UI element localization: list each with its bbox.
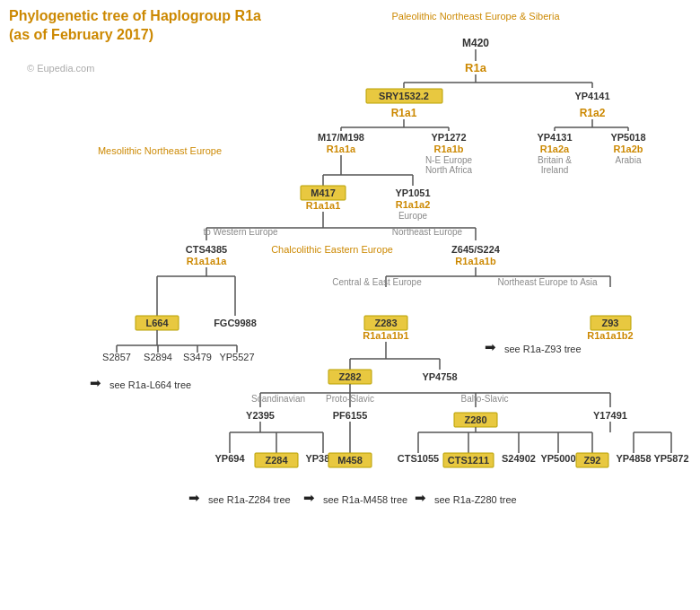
svg-text:Proto-Slavic: Proto-Slavic — [326, 394, 374, 404]
svg-text:➡: ➡ — [485, 339, 496, 354]
svg-text:R1a2: R1a2 — [580, 107, 606, 119]
svg-text:R1a1: R1a1 — [391, 107, 417, 119]
svg-text:YP4141: YP4141 — [574, 91, 609, 101]
svg-text:Paleolithic Northeast Europe &: Paleolithic Northeast Europe & Siberia — [391, 11, 560, 22]
svg-text:R1a1a1b: R1a1a1b — [455, 256, 496, 266]
svg-text:R1a1a1a: R1a1a1a — [187, 256, 228, 266]
svg-text:M458: M458 — [337, 455, 363, 466]
svg-text:YP5018: YP5018 — [610, 132, 645, 143]
svg-text:R1a2b: R1a2b — [613, 144, 643, 154]
svg-text:Chalcolithic Eastern Europe: Chalcolithic Eastern Europe — [271, 244, 393, 255]
svg-text:Balto-Slavic: Balto-Slavic — [461, 394, 509, 404]
svg-text:see R1a-Z93 tree: see R1a-Z93 tree — [504, 344, 582, 354]
svg-text:Y2395: Y2395 — [246, 410, 275, 421]
svg-text:R1a1b: R1a1b — [433, 144, 463, 154]
svg-text:S3479: S3479 — [183, 352, 212, 362]
svg-text:see R1a-L664 tree: see R1a-L664 tree — [109, 379, 191, 390]
svg-text:CTS1055: CTS1055 — [398, 453, 439, 464]
svg-text:R1a1a1: R1a1a1 — [306, 200, 341, 211]
svg-text:R1a1a1b2: R1a1a1b2 — [587, 330, 633, 341]
svg-text:see R1a-Z284 tree: see R1a-Z284 tree — [208, 494, 291, 505]
svg-text:YP5527: YP5527 — [219, 352, 254, 362]
svg-text:M17/M198: M17/M198 — [318, 132, 364, 143]
svg-text:S2894: S2894 — [144, 352, 172, 362]
svg-text:YP4858: YP4858 — [616, 453, 651, 464]
svg-text:YP5000: YP5000 — [540, 453, 575, 464]
svg-text:R1a1a1b1: R1a1a1b1 — [363, 330, 408, 341]
svg-text:R1a1a: R1a1a — [327, 144, 356, 154]
svg-text:YP694: YP694 — [214, 453, 245, 464]
svg-text:R1a: R1a — [465, 61, 487, 74]
svg-text:R1a1a2: R1a1a2 — [396, 199, 431, 210]
svg-text:SRY1532.2: SRY1532.2 — [379, 91, 429, 101]
svg-text:Scandinavian: Scandinavian — [251, 394, 305, 404]
svg-text:Z284: Z284 — [265, 455, 288, 466]
svg-text:M417: M417 — [311, 187, 336, 198]
svg-text:Z282: Z282 — [338, 371, 361, 382]
svg-text:Northeast Europe to Asia: Northeast Europe to Asia — [497, 277, 598, 287]
svg-text:➡: ➡ — [415, 490, 426, 505]
svg-text:N-E Europe: N-E Europe — [425, 155, 473, 165]
svg-text:Y17491: Y17491 — [593, 410, 627, 421]
svg-text:YP4758: YP4758 — [422, 371, 457, 382]
svg-text:to Western Europe: to Western Europe — [203, 227, 278, 237]
svg-text:➡: ➡ — [303, 490, 315, 505]
svg-text:PF6155: PF6155 — [333, 410, 368, 421]
svg-text:Z280: Z280 — [464, 414, 486, 425]
svg-text:CTS1211: CTS1211 — [448, 455, 489, 466]
svg-text:YP4131: YP4131 — [537, 132, 572, 143]
svg-text:Ireland: Ireland — [541, 165, 569, 175]
svg-text:Arabia: Arabia — [616, 155, 642, 165]
svg-text:S2857: S2857 — [102, 352, 131, 362]
svg-text:Britain &: Britain & — [538, 155, 572, 165]
svg-text:see R1a-M458 tree: see R1a-M458 tree — [323, 494, 407, 505]
svg-text:see R1a-Z280 tree: see R1a-Z280 tree — [434, 494, 517, 505]
svg-text:➡: ➡ — [188, 490, 200, 505]
svg-text:YP1051: YP1051 — [395, 187, 430, 198]
chart-container: Phylogenetic tree of Haplogroup R1a (as … — [0, 0, 700, 610]
svg-text:FGC9988: FGC9988 — [214, 318, 257, 328]
svg-text:CTS4385: CTS4385 — [186, 244, 227, 255]
svg-text:Europe: Europe — [398, 211, 428, 221]
svg-text:S24902: S24902 — [502, 453, 536, 464]
svg-text:➡: ➡ — [90, 375, 101, 390]
svg-text:Z93: Z93 — [602, 318, 619, 328]
svg-text:North Africa: North Africa — [425, 165, 473, 175]
svg-text:Northeast Europe: Northeast Europe — [392, 227, 463, 237]
tree-svg: Paleolithic Northeast Europe & Siberia M… — [0, 0, 700, 610]
svg-text:Mesolithic Northeast Europe: Mesolithic Northeast Europe — [98, 145, 222, 156]
svg-text:L664: L664 — [145, 318, 169, 328]
svg-text:Z645/S224: Z645/S224 — [451, 244, 501, 255]
svg-text:R1a2a: R1a2a — [540, 144, 570, 154]
svg-text:YP5872: YP5872 — [653, 453, 688, 464]
svg-text:YP1272: YP1272 — [431, 132, 466, 143]
svg-text:Central & East Europe: Central & East Europe — [332, 277, 422, 287]
svg-text:Z283: Z283 — [374, 318, 397, 328]
svg-text:Z92: Z92 — [584, 455, 601, 466]
svg-text:M420: M420 — [462, 37, 489, 49]
